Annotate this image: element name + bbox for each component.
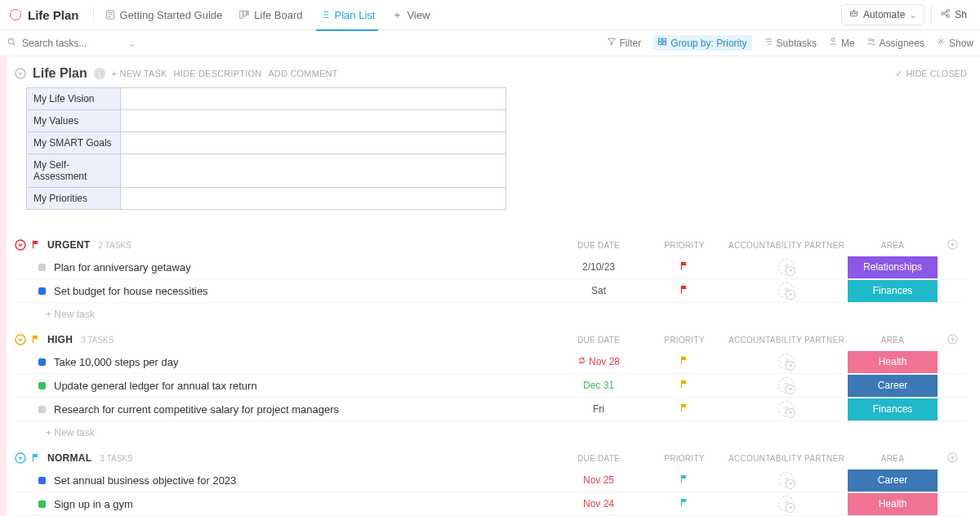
desc-value[interactable] (121, 110, 506, 132)
desc-value[interactable] (121, 132, 506, 154)
task-title[interactable]: Research for current competitive salary … (54, 403, 554, 416)
priority-cell[interactable] (644, 355, 725, 368)
add-column-button[interactable] (938, 452, 967, 465)
show-button[interactable]: Show (936, 37, 973, 49)
area-cell[interactable]: Finances (848, 279, 938, 303)
task-title[interactable]: Set annual business objective for 2023 (54, 474, 554, 487)
accountability-cell[interactable] (725, 377, 848, 394)
col-area[interactable]: AREA (848, 241, 938, 250)
due-date-cell[interactable]: Nov 24 (554, 498, 644, 509)
task-title[interactable]: Sign up in a gym (54, 498, 554, 510)
col-accountability[interactable]: ACCOUNTABILITY PARTNER (725, 241, 848, 250)
add-person-icon[interactable] (778, 496, 795, 512)
chevron-down-icon[interactable]: ⌄ (128, 38, 136, 49)
groupby-button[interactable]: Group by: Priority (653, 35, 751, 51)
accountability-cell[interactable] (725, 259, 848, 275)
col-due-date[interactable]: DUE DATE (554, 454, 644, 463)
task-title[interactable]: Set budget for house necessities (54, 285, 554, 297)
me-button[interactable]: Me (828, 37, 855, 49)
task-row[interactable]: Plan for anniversary getaway2/10/23Relat… (15, 256, 967, 279)
status-square-icon[interactable] (38, 477, 46, 484)
col-priority[interactable]: PRIORITY (644, 454, 725, 463)
group-collapse-icon[interactable] (15, 452, 26, 464)
tab-add-view[interactable]: + View (383, 0, 438, 30)
col-accountability[interactable]: ACCOUNTABILITY PARTNER (725, 336, 848, 345)
add-column-button[interactable] (938, 239, 967, 251)
assignees-button[interactable]: Assignees (866, 37, 924, 49)
priority-cell[interactable] (644, 497, 725, 510)
desc-value[interactable] (121, 88, 506, 110)
automate-button[interactable]: Automate ⌄ (841, 4, 924, 25)
col-area[interactable]: AREA (848, 336, 938, 345)
col-area[interactable]: AREA (848, 454, 938, 463)
due-date-cell[interactable]: Dec 31 (554, 380, 644, 391)
desc-row[interactable]: My Life Vision (27, 88, 506, 110)
area-cell[interactable]: Relationships (848, 256, 938, 279)
group-collapse-icon[interactable] (15, 239, 26, 251)
area-cell[interactable]: Health (848, 350, 938, 374)
new-task-button[interactable]: + New task (15, 421, 967, 444)
priority-cell[interactable] (644, 379, 725, 392)
desc-value[interactable] (121, 154, 506, 188)
status-square-icon[interactable] (38, 287, 46, 295)
new-task-link[interactable]: + NEW TASK (112, 69, 167, 78)
task-title[interactable]: Plan for anniversary getaway (54, 261, 554, 274)
filter-button[interactable]: Filter (607, 37, 642, 49)
due-date-cell[interactable]: Nov 28 (554, 356, 644, 367)
due-date-cell[interactable]: Sat (554, 285, 644, 296)
accountability-cell[interactable] (725, 401, 848, 417)
due-date-cell[interactable]: Nov 25 (554, 474, 644, 486)
area-cell[interactable]: Career (848, 374, 938, 398)
priority-cell[interactable] (644, 260, 725, 274)
desc-row[interactable]: My SMART Goals (27, 132, 506, 154)
task-row[interactable]: Sign up in a gymNov 24Health (15, 492, 967, 516)
desc-row[interactable]: My Priorities (27, 188, 506, 210)
task-title[interactable]: Update general ledger for annual tax ret… (54, 380, 554, 392)
col-due-date[interactable]: DUE DATE (554, 336, 644, 345)
hide-description-link[interactable]: HIDE DESCRIPTION (174, 69, 262, 78)
hide-closed-toggle[interactable]: ✓ HIDE CLOSED (895, 69, 967, 79)
add-comment-link[interactable]: ADD COMMENT (268, 69, 337, 78)
col-accountability[interactable]: ACCOUNTABILITY PARTNER (725, 454, 848, 463)
tab-plan-list[interactable]: Plan List (311, 0, 384, 30)
info-icon[interactable]: i (94, 68, 105, 79)
group-collapse-icon[interactable] (15, 334, 26, 345)
task-row[interactable]: Take 10,000 steps per dayNov 28Health (15, 350, 967, 374)
add-person-icon[interactable] (778, 401, 795, 417)
subtasks-button[interactable]: Subtasks (764, 37, 817, 49)
col-priority[interactable]: PRIORITY (644, 336, 725, 345)
area-cell[interactable]: Health (848, 492, 938, 516)
priority-cell[interactable] (644, 403, 725, 416)
status-square-icon[interactable] (38, 500, 46, 508)
status-square-icon[interactable] (38, 382, 46, 389)
add-person-icon[interactable] (778, 377, 795, 394)
add-person-icon[interactable] (778, 259, 795, 275)
desc-row[interactable]: My Values (27, 110, 506, 132)
col-priority[interactable]: PRIORITY (644, 241, 725, 250)
desc-row[interactable]: My Self-Assessment (27, 154, 506, 188)
share-button[interactable]: Sh (931, 5, 973, 24)
area-cell[interactable]: Finances (848, 398, 938, 421)
new-task-button[interactable]: + New task (15, 303, 967, 326)
priority-cell[interactable] (644, 284, 725, 297)
add-person-icon[interactable] (778, 282, 795, 299)
desc-value[interactable] (121, 188, 506, 210)
tab-life-board[interactable]: Life Board (230, 0, 310, 30)
priority-cell[interactable] (644, 474, 725, 487)
status-square-icon[interactable] (38, 406, 46, 413)
add-person-icon[interactable] (778, 354, 795, 370)
task-row[interactable]: Set annual business objective for 2023No… (15, 469, 967, 492)
task-row[interactable]: Research for current competitive salary … (15, 398, 967, 421)
col-due-date[interactable]: DUE DATE (554, 241, 644, 250)
due-date-cell[interactable]: Fri (554, 403, 644, 415)
accountability-cell[interactable] (725, 496, 848, 512)
task-title[interactable]: Take 10,000 steps per day (54, 356, 554, 368)
search-input[interactable] (22, 38, 120, 49)
area-cell[interactable]: Career (848, 469, 938, 492)
add-column-button[interactable] (938, 334, 967, 346)
description-table[interactable]: My Life VisionMy ValuesMy SMART GoalsMy … (26, 87, 506, 210)
accountability-cell[interactable] (725, 282, 848, 299)
status-square-icon[interactable] (38, 358, 46, 366)
task-row[interactable]: Update general ledger for annual tax ret… (15, 374, 967, 398)
task-row[interactable]: Set budget for house necessitiesSatFinan… (15, 279, 967, 303)
